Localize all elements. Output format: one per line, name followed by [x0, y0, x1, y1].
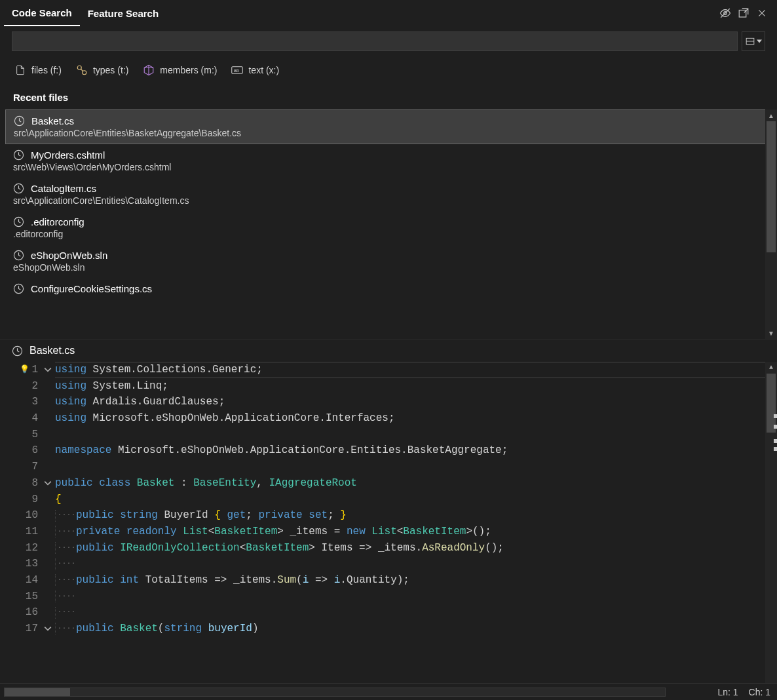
code-line[interactable] [55, 427, 777, 443]
search-input[interactable] [12, 31, 738, 51]
code-line[interactable]: using Ardalis.GuardClauses; [55, 394, 777, 410]
code-line[interactable]: namespace Microsoft.eShopOnWeb.Applicati… [55, 442, 777, 459]
tab-feature-search[interactable]: Feature Search [80, 1, 166, 26]
popout-icon[interactable] [738, 7, 749, 19]
code-line[interactable]: ····public IReadOnlyCollection<BasketIte… [55, 540, 777, 556]
preview-header: Basket.cs [0, 339, 777, 362]
code-line[interactable]: ····public Basket(string buyerId) [55, 621, 777, 637]
recent-files-heading: Recent files [0, 84, 777, 109]
fold-toggle [41, 492, 55, 508]
recent-item-name: .editorconfig [31, 216, 85, 227]
recent-item[interactable]: ConfigureCookieSettings.cs [0, 278, 777, 300]
code-line[interactable]: ····public string BuyerId { get; private… [55, 507, 777, 524]
code-line[interactable]: ···· [55, 556, 777, 572]
recent-item[interactable]: MyOrders.cshtmlsrc\Web\Views\Order\MyOrd… [0, 144, 777, 178]
filter-members[interactable]: members (m:) [143, 64, 217, 76]
lightbulb-icon[interactable]: 💡 [20, 362, 29, 378]
filter-types[interactable]: types (t:) [76, 64, 128, 76]
code-line[interactable]: ···· [55, 604, 777, 621]
close-icon[interactable] [756, 7, 768, 19]
code-line[interactable] [55, 459, 777, 475]
code-line[interactable]: ····private readonly List<BasketItem> _i… [55, 524, 777, 540]
filter-members-label: members (m:) [160, 65, 217, 75]
filter-text[interactable]: ab text (x:) [231, 64, 279, 76]
text-icon: ab [231, 64, 243, 76]
recent-item-name: ConfigureCookieSettings.cs [31, 283, 152, 294]
clock-icon [13, 250, 24, 261]
fold-toggle [41, 378, 55, 395]
fold-toggle[interactable] [41, 475, 55, 492]
line-number: 💡1 [0, 362, 38, 378]
line-number: 11 [0, 524, 38, 540]
code-line[interactable]: using System.Linq; [55, 378, 777, 395]
fold-toggle[interactable] [41, 621, 55, 637]
recent-item-name: CatalogItem.cs [31, 183, 96, 194]
line-number: 14 [0, 572, 38, 589]
svg-point-7 [77, 66, 81, 69]
code-line[interactable]: using Microsoft.eShopOnWeb.ApplicationCo… [55, 410, 777, 427]
filter-row: files (f:) types (t:) members (m:) ab te… [0, 56, 777, 84]
status-bar: Ln: 1 Ch: 1 [0, 683, 777, 700]
line-number: 17 [0, 621, 38, 637]
line-number: 9 [0, 492, 38, 508]
fold-toggle [41, 572, 55, 589]
scroll-up-icon[interactable]: ▲ [765, 109, 777, 121]
eye-off-icon[interactable] [719, 7, 731, 19]
line-number: 13 [0, 556, 38, 572]
recent-item[interactable]: Basket.cssrc\ApplicationCore\Entities\Ba… [5, 109, 772, 144]
filter-types-label: types (t:) [93, 65, 128, 75]
preview-filename: Basket.cs [29, 345, 75, 357]
chevron-down-icon [44, 625, 52, 632]
clock-icon [13, 183, 24, 194]
scroll-down-icon[interactable]: ▼ [765, 327, 777, 339]
fold-toggle [41, 459, 55, 475]
recent-item-path: src\ApplicationCore\Entities\CatalogItem… [13, 195, 764, 206]
recent-item[interactable]: eShopOnWeb.slneShopOnWeb.sln [0, 244, 777, 278]
line-number-gutter: 💡1234567891011121314151617 [0, 362, 41, 683]
svg-text:ab: ab [234, 68, 239, 73]
editor-scrollbar[interactable]: ▲ [765, 362, 777, 683]
line-number: 4 [0, 410, 38, 427]
code-line[interactable]: { [55, 492, 777, 508]
filter-files[interactable]: files (f:) [14, 64, 62, 76]
recent-item-name: Basket.cs [31, 115, 74, 126]
line-number: 2 [0, 378, 38, 395]
fold-toggle [41, 524, 55, 540]
code-line[interactable]: ····public int TotalItems => _items.Sum(… [55, 572, 777, 589]
recent-item[interactable]: .editorconfig.editorconfig [0, 211, 777, 244]
view-options-dropdown[interactable] [742, 31, 765, 51]
scroll-up-icon[interactable]: ▲ [765, 362, 777, 374]
types-icon [76, 64, 88, 76]
members-icon [143, 64, 155, 76]
recent-item-name: eShopOnWeb.sln [31, 250, 107, 261]
line-number: 16 [0, 604, 38, 621]
code-line[interactable]: public class Basket : BaseEntity, IAggre… [55, 475, 777, 492]
filter-files-label: files (f:) [31, 65, 62, 75]
horizontal-scrollbar[interactable] [4, 688, 666, 697]
tab-code-search[interactable]: Code Search [4, 1, 80, 26]
fold-toggle [41, 394, 55, 410]
code-preview: 💡1234567891011121314151617 using System.… [0, 362, 777, 683]
line-number: 10 [0, 507, 38, 524]
code-line[interactable]: ···· [55, 589, 777, 605]
code-content[interactable]: using System.Collections.Generic;using S… [55, 362, 777, 683]
fold-toggle[interactable] [41, 362, 55, 378]
fold-toggle [41, 556, 55, 572]
line-number: 8 [0, 475, 38, 492]
recent-item-path: eShopOnWeb.sln [13, 262, 764, 273]
fold-toggle [41, 589, 55, 605]
search-row [0, 26, 777, 56]
recent-item-path: src\ApplicationCore\Entities\BasketAggre… [14, 128, 763, 138]
list-scrollbar[interactable]: ▲ ▼ [765, 109, 777, 339]
fold-toggle [41, 410, 55, 427]
status-line: Ln: 1 [717, 687, 738, 697]
code-line[interactable]: using System.Collections.Generic; [55, 362, 777, 378]
line-number: 6 [0, 442, 38, 459]
clock-icon [13, 283, 24, 294]
clock-icon [13, 216, 24, 227]
recent-item-name: MyOrders.cshtml [31, 149, 105, 161]
tab-bar: Code Search Feature Search [0, 0, 777, 26]
fold-toggle [41, 442, 55, 459]
clock-icon [13, 149, 24, 161]
recent-item[interactable]: CatalogItem.cssrc\ApplicationCore\Entiti… [0, 178, 777, 211]
